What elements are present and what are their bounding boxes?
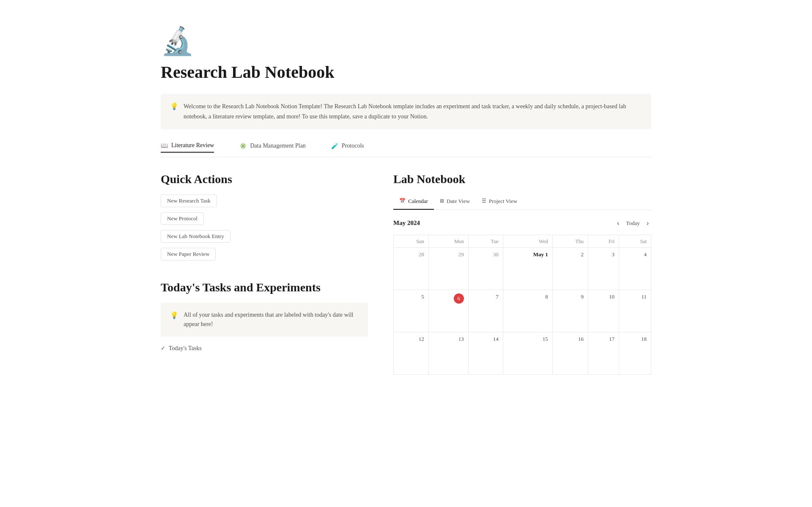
calendar-cell[interactable]: 3 [588, 247, 619, 290]
sparkle-icon: ✳️ [239, 143, 247, 150]
new-lab-notebook-entry-button[interactable]: New Lab Notebook Entry [161, 230, 230, 243]
day-header-sat: Sat [619, 235, 651, 247]
info-banner: 💡 Welcome to the Research Lab Notebook N… [161, 94, 651, 129]
tab-project-view[interactable]: ☰ Project View [476, 195, 523, 210]
main-content: Quick Actions New Research Task New Prot… [161, 173, 651, 375]
nav-data-management-label: Data Management Plan [250, 143, 305, 149]
nav-literature-review[interactable]: 📖 Literature Review [161, 142, 214, 153]
quick-actions-section: Quick Actions New Research Task New Prot… [161, 173, 368, 264]
day-header-mon: Mon [428, 235, 468, 247]
day-header-thu: Thu [552, 235, 588, 247]
calendar-cell[interactable]: 2 [552, 247, 588, 290]
tab-date-view[interactable]: ⊞ Date View [434, 195, 476, 210]
day-header-tue: Tue [468, 235, 503, 247]
calendar-cell[interactable]: 9 [552, 290, 588, 332]
calendar-cell[interactable]: 29 [428, 247, 468, 290]
page-icon: 🔬 [161, 25, 651, 57]
quick-actions-list: New Research Task New Protocol New Lab N… [161, 195, 368, 264]
info-bulb-icon: 💡 [170, 102, 178, 110]
calendar-cell[interactable]: 17 [588, 332, 619, 374]
calendar-month: May 2024 [393, 219, 420, 227]
navigation-links: 📖 Literature Review ✳️ Data Management P… [161, 142, 651, 157]
calendar-prev-button[interactable]: ‹ [614, 219, 622, 228]
todays-tasks-link[interactable]: ✓ Today's Tasks [161, 345, 368, 352]
calendar-cell[interactable]: 16 [552, 332, 588, 374]
calendar-cell[interactable]: 8 [503, 290, 552, 332]
calendar-header: May 2024 ‹ Today › [393, 219, 651, 228]
new-paper-review-button[interactable]: New Paper Review [161, 248, 216, 260]
calendar-cell[interactable]: 4 [619, 247, 651, 290]
calendar-cell[interactable]: 30 [468, 247, 503, 290]
calendar-grid: Sun Mon Tue Wed Thu Fri Sat 282930May 12… [393, 235, 651, 375]
page-title: Research Lab Notebook [161, 62, 651, 82]
todays-tasks-section: Today's Tasks and Experiments 💡 All of y… [161, 281, 368, 352]
tab-project-view-label: Project View [489, 198, 517, 205]
check-icon: ✓ [161, 345, 165, 352]
lab-notebook-section: Lab Notebook 📅 Calendar ⊞ Date View ☰ Pr… [393, 173, 651, 375]
calendar-next-button[interactable]: › [644, 219, 651, 228]
tasks-info-banner: 💡 All of your tasks and experiments that… [161, 303, 368, 337]
calendar-cell[interactable]: 28 [394, 247, 429, 290]
tab-date-view-label: Date View [447, 198, 470, 205]
nav-data-management[interactable]: ✳️ Data Management Plan [239, 142, 305, 153]
calendar-cell[interactable]: 13 [428, 332, 468, 374]
quick-actions-title: Quick Actions [161, 173, 368, 186]
todays-tasks-link-label: Today's Tasks [169, 345, 202, 352]
day-header-fri: Fri [588, 235, 619, 247]
calendar-cell[interactable]: 14 [468, 332, 503, 374]
calendar-today-button[interactable]: Today [626, 220, 639, 227]
tasks-info-text: All of your tasks and experiments that a… [184, 310, 359, 329]
calendar-cell[interactable]: 12 [394, 332, 429, 374]
day-header-sun: Sun [394, 235, 429, 247]
new-protocol-button[interactable]: New Protocol [161, 212, 204, 225]
calendar-cell[interactable]: 15 [503, 332, 552, 374]
day-header-wed: Wed [503, 235, 552, 247]
nav-literature-review-label: Literature Review [171, 142, 214, 149]
tab-calendar[interactable]: 📅 Calendar [393, 195, 434, 210]
nav-protocols[interactable]: 🧪 Protocols [331, 142, 364, 153]
new-research-task-button[interactable]: New Research Task [161, 195, 217, 207]
calendar-cell[interactable]: 11 [619, 290, 651, 332]
nav-protocols-label: Protocols [342, 143, 364, 149]
calendar-cell[interactable]: 7 [468, 290, 503, 332]
calendar-cell[interactable]: 5 [394, 290, 429, 332]
todays-tasks-title: Today's Tasks and Experiments [161, 281, 368, 294]
lab-notebook-title: Lab Notebook [393, 173, 651, 186]
flask-icon: 🧪 [331, 143, 338, 150]
date-view-icon: ⊞ [440, 198, 444, 204]
calendar-cell[interactable]: May 1 [503, 247, 552, 290]
calendar-cell[interactable]: 10 [588, 290, 619, 332]
tasks-bulb-icon: 💡 [170, 311, 178, 319]
book-icon: 📖 [161, 142, 168, 149]
calendar-cell[interactable]: 6 [428, 290, 468, 332]
calendar-cell[interactable]: 18 [619, 332, 651, 374]
left-column: Quick Actions New Research Task New Prot… [161, 173, 368, 375]
tab-calendar-label: Calendar [408, 198, 428, 205]
calendar-tab-icon: 📅 [399, 198, 406, 204]
project-view-icon: ☰ [482, 198, 486, 204]
info-banner-text: Welcome to the Research Lab Notebook Not… [184, 101, 642, 122]
calendar-tabs: 📅 Calendar ⊞ Date View ☰ Project View [393, 195, 651, 210]
calendar-navigation: ‹ Today › [614, 219, 651, 228]
